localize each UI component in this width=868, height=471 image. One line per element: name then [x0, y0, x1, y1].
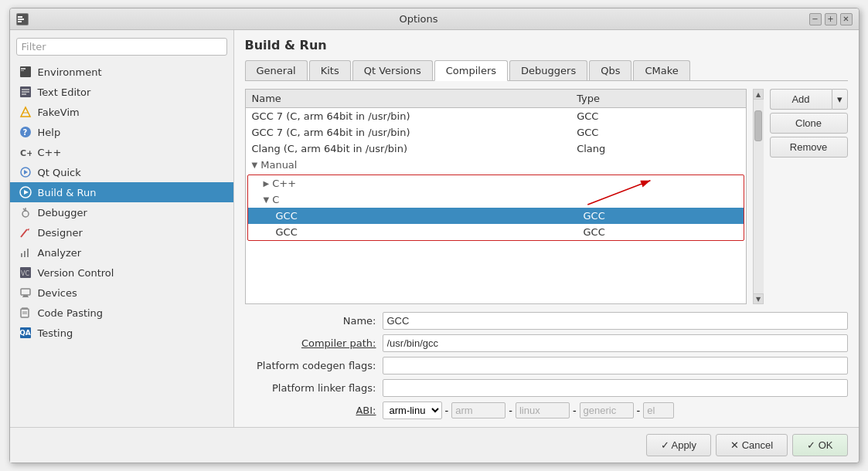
- table-header: Name Type: [246, 90, 746, 108]
- sidebar-item-help[interactable]: ? Help: [10, 122, 233, 142]
- row-type: GCC: [577, 110, 739, 122]
- sidebar-label-help: Help: [38, 127, 61, 138]
- name-row: Name:: [245, 312, 848, 330]
- help-icon: ?: [19, 126, 32, 138]
- table-row[interactable]: GCC 7 (C, arm 64bit in /usr/bin) GCC: [246, 124, 746, 141]
- minimize-button[interactable]: −: [809, 13, 822, 25]
- c-triangle-icon: ▼: [264, 195, 270, 204]
- tab-qt-versions[interactable]: Qt Versions: [352, 60, 433, 80]
- svg-marker-17: [24, 190, 29, 195]
- ok-button[interactable]: ✓ OK: [792, 434, 847, 456]
- abi-select-1[interactable]: arm-linu: [383, 402, 442, 419]
- tab-qbs[interactable]: Qbs: [589, 60, 631, 80]
- abi-dash-1: -: [445, 405, 449, 416]
- devices-icon: [19, 286, 32, 299]
- svg-rect-30: [22, 296, 29, 297]
- tab-bar: General Kits Qt Versions Compilers Debug…: [245, 60, 848, 81]
- abi-field-arm[interactable]: [451, 402, 505, 418]
- sidebar-item-code-pasting[interactable]: Code Pasting: [10, 303, 233, 323]
- scroll-down[interactable]: ▼: [753, 293, 764, 304]
- codegen-input[interactable]: [383, 357, 848, 374]
- row-name: GCC: [276, 226, 584, 238]
- sidebar-item-environment[interactable]: Environment: [10, 62, 233, 82]
- svg-rect-3: [18, 21, 22, 22]
- col-header-name: Name: [252, 93, 577, 104]
- sidebar-label-qt-quick: Qt Quick: [38, 167, 81, 178]
- table-row[interactable]: GCC GCC: [248, 208, 744, 224]
- add-button[interactable]: Add: [770, 89, 832, 110]
- svg-rect-29: [23, 295, 28, 296]
- tab-debuggers[interactable]: Debuggers: [509, 60, 587, 80]
- cancel-button[interactable]: ✕ Cancel: [716, 434, 788, 456]
- sidebar-label-version-control: Version Control: [38, 267, 114, 279]
- tab-general[interactable]: General: [245, 60, 308, 80]
- maximize-button[interactable]: +: [825, 13, 837, 25]
- abi-field-linux[interactable]: [516, 402, 570, 418]
- window-controls: − + ✕: [809, 13, 853, 25]
- manual-section-label: Manual: [260, 159, 297, 171]
- linker-row: Platform linker flags:: [245, 379, 848, 397]
- page-title: Build & Run: [245, 38, 848, 53]
- scrollbar[interactable]: ▲ ▼: [753, 89, 764, 304]
- tab-compilers[interactable]: Compilers: [434, 60, 508, 81]
- table-row[interactable]: Clang (C, arm 64bit in /usr/bin) Clang: [246, 141, 746, 157]
- main-panel: Build & Run General Kits Qt Versions Com…: [234, 30, 859, 427]
- scroll-up[interactable]: ▲: [753, 89, 764, 100]
- cpp-triangle-icon: ▶: [264, 179, 270, 188]
- linker-label: Platform linker flags:: [245, 382, 376, 394]
- abi-dash-2: -: [509, 405, 512, 416]
- sidebar-item-cpp[interactable]: C++ C++: [10, 142, 233, 162]
- triangle-icon: ▼: [252, 161, 258, 169]
- version-control-icon: VC: [19, 266, 32, 279]
- row-name: GCC 7 (C, arm 64bit in /usr/bin): [252, 110, 577, 122]
- sidebar-item-designer[interactable]: Designer: [10, 222, 233, 242]
- scroll-thumb[interactable]: [754, 110, 762, 141]
- code-pasting-icon: [19, 307, 32, 319]
- add-dropdown-button[interactable]: ▾: [832, 89, 848, 110]
- tab-cmake[interactable]: CMake: [633, 60, 689, 80]
- sidebar-item-analyzer[interactable]: Analyzer: [10, 242, 233, 263]
- sidebar-item-build-run[interactable]: Build & Run: [10, 182, 233, 202]
- table-row[interactable]: GCC GCC: [248, 224, 744, 240]
- row-type: GCC: [584, 210, 737, 222]
- environment-icon: [19, 66, 32, 78]
- fakevim-icon: [19, 106, 32, 118]
- compiler-form: Name: Compiler path: Platform codegen fl…: [245, 312, 848, 419]
- sidebar-item-testing[interactable]: QA Testing: [10, 323, 233, 343]
- table-row[interactable]: GCC 7 (C, arm 64bit in /usr/bin) GCC: [246, 108, 746, 124]
- name-input[interactable]: [383, 312, 848, 330]
- sidebar-item-debugger[interactable]: Debugger: [10, 202, 233, 222]
- sidebar-item-qt-quick[interactable]: Qt Quick: [10, 162, 233, 182]
- sidebar-label-code-pasting: Code Pasting: [38, 307, 104, 319]
- remove-button[interactable]: Remove: [770, 137, 848, 158]
- linker-input[interactable]: [383, 379, 848, 397]
- sidebar-label-testing: Testing: [38, 327, 73, 339]
- svg-text:C++: C++: [20, 148, 32, 158]
- compiler-table: Name Type GCC 7 (C, arm 64bit in /usr/bi…: [245, 89, 747, 304]
- sidebar: Filter Environment Text Editor: [10, 30, 234, 427]
- cpp-group: ▶ C++: [248, 175, 744, 191]
- app-icon: [16, 13, 29, 25]
- analyzer-icon: [19, 246, 32, 259]
- filter-input[interactable]: Filter: [16, 38, 227, 56]
- sidebar-item-version-control[interactable]: VC Version Control: [10, 263, 233, 283]
- sidebar-label-debugger: Debugger: [38, 207, 87, 219]
- sidebar-item-text-editor[interactable]: Text Editor: [10, 82, 233, 102]
- testing-icon: QA: [19, 327, 32, 339]
- sidebar-label-analyzer: Analyzer: [38, 247, 82, 259]
- svg-rect-6: [21, 70, 24, 71]
- tab-kits[interactable]: Kits: [309, 60, 351, 80]
- compiler-path-input[interactable]: [383, 334, 848, 352]
- sidebar-label-environment: Environment: [38, 66, 102, 78]
- sidebar-item-devices[interactable]: Devices: [10, 283, 233, 303]
- abi-field-generic[interactable]: [580, 402, 634, 418]
- apply-button[interactable]: ✓ Apply: [646, 434, 711, 456]
- bottom-bar: ✓ Apply ✕ Cancel ✓ OK: [10, 427, 859, 463]
- svg-rect-2: [18, 19, 24, 20]
- abi-field-el[interactable]: [643, 402, 674, 418]
- sidebar-item-fakevim[interactable]: FakeVim: [10, 102, 233, 122]
- close-button[interactable]: ✕: [840, 13, 853, 25]
- sidebar-label-build-run: Build & Run: [38, 187, 97, 198]
- svg-rect-25: [27, 249, 29, 257]
- clone-button[interactable]: Clone: [770, 113, 848, 134]
